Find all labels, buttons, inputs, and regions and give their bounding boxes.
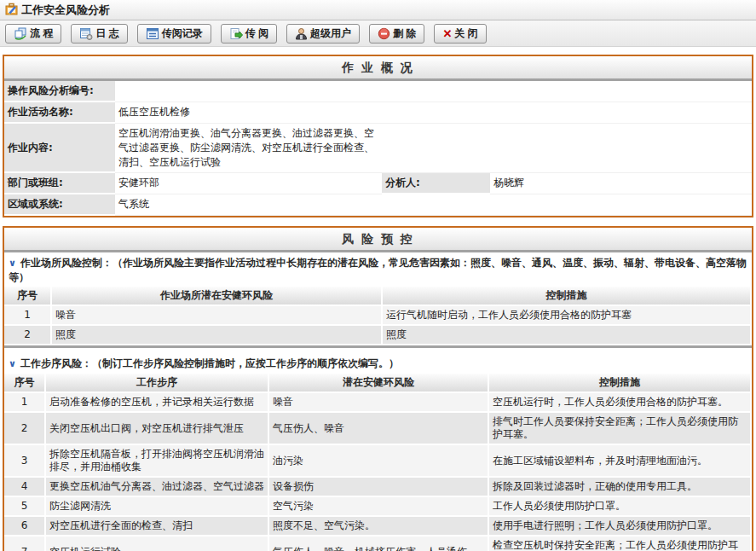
row-no: 2 — [4, 412, 45, 444]
table-row[interactable]: 3 拆除空压机隔音板，打开排油阀将空压机润滑油排尽，并用油桶收集 油污染 在施工… — [4, 444, 751, 477]
close-button[interactable]: ✕ 关 闭 — [434, 24, 486, 44]
row-step: 拆除空压机隔音板，打开排油阀将空压机润滑油排尽，并用油桶收集 — [45, 444, 268, 477]
table-row[interactable]: 1 启动准备检修的空压机，并记录相关运行数据 噪音 空压机运行时，工作人员必须使… — [4, 392, 751, 412]
row-measure: 运行气机随时启动，工作人员必须使用合格的防护耳塞 — [382, 305, 751, 325]
field-content: 作业内容: 空压机润滑油更换、油气分离器更换、油过滤器更换、空气过滤器更换、防尘… — [4, 123, 752, 172]
form-icon — [4, 2, 19, 19]
row-risk: 气压伤人、噪音 — [268, 412, 488, 444]
close-icon: ✕ — [442, 28, 452, 39]
super-user-button-label: 超级用户 — [310, 26, 351, 41]
work-overview-section: 作 业 概 况 操作风险分析编号: 作业活动名称: 低压空压机检修 作业内容: … — [3, 55, 753, 218]
risk-precontrol-section: 风 险 预 控 ∨作业场所风险控制：（作业场所风险主要指作业活动过程中长期存在的… — [3, 226, 753, 551]
row-risk: 噪音 — [51, 305, 382, 325]
site-risk-header[interactable]: ∨作业场所风险控制：（作业场所风险主要指作业活动过程中长期存在的潜在风险，常见危… — [4, 252, 752, 287]
step-risk-header[interactable]: ∨工作步序风险：（制订工作步序风险控制措施时，应按工作步序的顺序依次编写。） — [4, 353, 752, 374]
row-step: 更换空压机油气分离器、油过滤器、空气过滤器 — [45, 477, 268, 496]
window-titlebar: 工作安全风险分析 — [0, 0, 756, 20]
col-measure: 控制措施 — [382, 287, 751, 305]
row-measure: 空压机运行时，工作人员必须使用合格的防护耳塞。 — [488, 392, 751, 412]
circulate-button[interactable]: 传 阅 — [221, 24, 277, 44]
row-step: 关闭空压机出口阀，对空压机进行排气泄压 — [45, 412, 268, 444]
col-no: 序号 — [4, 287, 51, 305]
flow-icon — [14, 27, 27, 40]
row-no: 6 — [4, 516, 45, 536]
row-risk: 噪音 — [268, 392, 488, 412]
row-step: 防尘滤网清洗 — [45, 496, 268, 516]
area-label: 区域或系统: — [4, 194, 115, 215]
step-risk-table-header: 序号 工作步序 潜在安健环风险 控制措施 — [4, 374, 751, 392]
flow-button[interactable]: 流 程 — [5, 24, 61, 44]
overview-section-title: 作 业 概 况 — [4, 56, 752, 78]
flow-button-label: 流 程 — [30, 26, 53, 41]
activity-value: 低压空压机检修 — [115, 102, 382, 123]
delete-button-label: 删 除 — [393, 26, 416, 41]
site-risk-table-header: 序号 作业场所潜在安健环风险 控制措施 — [4, 287, 751, 305]
step-risk-header-text: 工作步序风险：（制订工作步序风险控制措施时，应按工作步序的顺序依次编写。） — [20, 357, 399, 369]
chevron-down-icon[interactable]: ∨ — [9, 358, 16, 369]
close-button-label: 关 闭 — [454, 26, 477, 41]
row-measure: 拆除及回装过滤器时，正确的使用专用工具。 — [488, 477, 751, 496]
row-risk: 空气污染 — [268, 496, 488, 516]
row-measure: 照度 — [382, 325, 751, 345]
row-measure: 在施工区域铺设塑料布，并及时清理地面油污。 — [488, 444, 751, 477]
table-row[interactable]: 7 空压机运行试验 气压伤人、噪音、机械挤压伤害、人员烫伤 检查空压机时保持安全… — [4, 536, 751, 551]
table-row[interactable]: 4 更换空压机油气分离器、油过滤器、空气过滤器 设备损伤 拆除及回装过滤器时，正… — [4, 477, 751, 496]
step-risk-table: 序号 工作步序 潜在安健环风险 控制措施 1 启动准备检修的空压机，并记录相关运… — [4, 374, 752, 551]
risk-no-value — [115, 81, 382, 102]
col-no: 序号 — [4, 374, 45, 392]
delete-button[interactable]: 删 除 — [369, 24, 424, 44]
site-risk-header-text: 作业场所风险控制：（作业场所风险主要指作业活动过程中长期存在的潜在风险，常见危害… — [9, 257, 747, 283]
super-user-button[interactable]: 超级用户 — [286, 24, 360, 44]
row-no: 1 — [4, 305, 51, 325]
row-risk: 照度不足、空气污染。 — [268, 516, 488, 536]
field-area: 区域或系统: 气系统 — [4, 194, 752, 215]
row-no: 3 — [4, 444, 45, 477]
circulate-icon — [229, 27, 243, 40]
chevron-down-icon[interactable]: ∨ — [9, 258, 16, 269]
row-step: 对空压机进行全面的检查、清扫 — [45, 516, 268, 536]
content-value: 空压机润滑油更换、油气分离器更换、油过滤器更换、空气过滤器更换、防尘滤网清洗、对… — [115, 123, 382, 172]
delete-icon — [378, 27, 390, 40]
col-measure: 控制措施 — [488, 374, 751, 392]
log-button[interactable]: 日 志 — [71, 24, 127, 44]
row-no: 4 — [4, 477, 45, 496]
circulate-button-label: 传 阅 — [245, 26, 268, 41]
circulation-record-button[interactable]: 传阅记录 — [137, 24, 211, 44]
site-risk-table: 序号 作业场所潜在安健环风险 控制措施 1 噪音 运行气机随时启动，工作人员必须… — [4, 287, 752, 345]
table-row[interactable]: 2 照度 照度 — [4, 325, 751, 345]
overview-fields: 操作风险分析编号: 作业活动名称: 低压空压机检修 作业内容: 空压机润滑油更换… — [4, 81, 752, 216]
row-risk: 设备损伤 — [268, 477, 488, 496]
activity-label: 作业活动名称: — [4, 102, 115, 123]
toolbar: 流 程 日 志 传阅记录 传 阅 — [0, 20, 756, 47]
table-row[interactable]: 6 对空压机进行全面的检查、清扫 照度不足、空气污染。 使用手电进行照明；工作人… — [4, 516, 751, 536]
area-value: 气系统 — [115, 194, 382, 215]
dept-label: 部门或班组: — [4, 172, 115, 194]
row-risk: 油污染 — [268, 444, 488, 477]
risk-section-title: 风 险 预 控 — [4, 228, 752, 250]
super-user-icon — [295, 27, 308, 40]
col-step: 工作步序 — [45, 374, 268, 392]
row-no: 2 — [4, 325, 51, 345]
log-icon — [79, 27, 93, 40]
risk-no-label: 操作风险分析编号: — [4, 81, 115, 102]
row-risk: 照度 — [51, 325, 382, 345]
row-step: 空压机运行试验 — [45, 536, 268, 551]
row-no: 7 — [4, 536, 45, 551]
field-activity: 作业活动名称: 低压空压机检修 — [4, 102, 752, 123]
row-measure: 排气时工作人员要保持安全距离；工作人员必须使用防护耳塞。 — [488, 412, 751, 444]
content-label: 作业内容: — [4, 123, 115, 172]
row-measure: 检查空压机时保持安全距离；工作人员必须使用防护耳塞。 — [488, 536, 751, 551]
field-risk-no: 操作风险分析编号: — [4, 81, 752, 102]
row-measure: 使用手电进行照明；工作人员必须使用防护口罩。 — [488, 516, 751, 536]
table-row[interactable]: 2 关闭空压机出口阀，对空压机进行排气泄压 气压伤人、噪音 排气时工作人员要保持… — [4, 412, 751, 444]
row-risk: 气压伤人、噪音、机械挤压伤害、人员烫伤 — [268, 536, 488, 551]
table-row[interactable]: 5 防尘滤网清洗 空气污染 工作人员必须使用防护口罩。 — [4, 496, 751, 516]
col-risk: 潜在安健环风险 — [268, 374, 488, 392]
row-no: 5 — [4, 496, 45, 516]
dept-value: 安健环部 — [115, 172, 382, 194]
row-step: 启动准备检修的空压机，并记录相关运行数据 — [45, 392, 268, 412]
row-no: 1 — [4, 392, 45, 412]
log-button-label: 日 志 — [95, 26, 118, 41]
field-dept-analyst: 部门或班组: 安健环部 分析人: 杨晓辉 — [4, 172, 752, 194]
table-row[interactable]: 1 噪音 运行气机随时启动，工作人员必须使用合格的防护耳塞 — [4, 305, 751, 325]
